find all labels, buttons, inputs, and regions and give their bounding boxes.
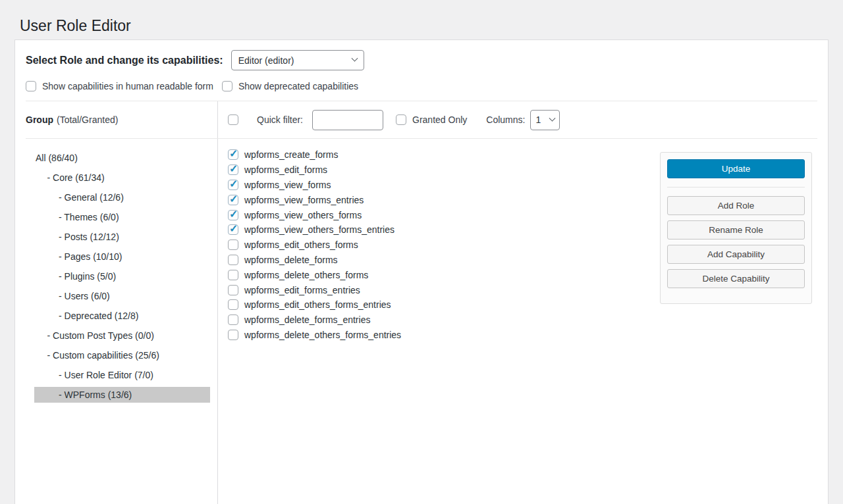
capability-row: wpforms_view_others_forms_entries: [228, 222, 401, 238]
select-all-checkbox[interactable]: [228, 114, 238, 125]
role-selector-label: Select Role and change its capabilities:: [26, 55, 223, 66]
capability-row: wpforms_edit_others_forms: [228, 238, 401, 253]
secondary-buttons: Add RoleRename RoleAdd CapabilityDelete …: [667, 196, 805, 288]
user-role-editor-panel: Select Role and change its capabilities:…: [14, 39, 829, 504]
group-header-suffix: (Total/Granted): [57, 114, 118, 125]
capability-row: wpforms_create_forms: [228, 147, 401, 163]
role-select-value: Editor (editor): [238, 55, 294, 66]
group-tree-item[interactable]: - WPForms (13/6): [34, 387, 210, 403]
action-panel: Update Add RoleRename RoleAdd Capability…: [660, 152, 812, 304]
quick-filter-label: Quick filter:: [257, 114, 303, 125]
capability-label: wpforms_view_forms: [244, 180, 331, 190]
chevron-down-icon: [549, 114, 556, 121]
delete-capability-button[interactable]: Delete Capability: [667, 269, 805, 288]
capability-label: wpforms_view_others_forms_entries: [244, 224, 394, 235]
granted-only-label: Granted Only: [412, 114, 467, 125]
capability-row: wpforms_delete_forms_entries: [228, 313, 401, 328]
capability-label: wpforms_edit_forms: [244, 164, 327, 175]
capability-checkbox[interactable]: [228, 255, 238, 265]
group-tree-item[interactable]: - Pages (10/10): [34, 249, 210, 265]
columns-select[interactable]: 1: [530, 110, 560, 130]
granted-only-checkbox[interactable]: [396, 114, 406, 125]
capability-label: wpforms_view_others_forms: [244, 210, 362, 220]
content-columns: Group (Total/Granted) Quick filter: Gran…: [15, 101, 828, 504]
group-tree-item[interactable]: All (86/40): [34, 150, 210, 166]
capability-row: wpforms_edit_others_forms_entries: [228, 297, 401, 313]
show-deprecated-label: Show deprecated capabilities: [238, 81, 358, 91]
group-tree-item[interactable]: - User Role Editor (7/0): [34, 367, 210, 383]
group-tree-item[interactable]: - Plugins (5/0): [34, 268, 210, 284]
capability-checkbox[interactable]: [228, 210, 238, 220]
capability-row: wpforms_edit_forms_entries: [228, 282, 401, 297]
capability-checkbox[interactable]: [228, 299, 238, 310]
capability-label: wpforms_view_forms_entries: [244, 195, 364, 205]
group-tree-item[interactable]: - Posts (12/12): [34, 229, 210, 245]
quick-filter-input[interactable]: [312, 110, 383, 130]
role-select[interactable]: Editor (editor): [231, 50, 364, 70]
capability-checkbox[interactable]: [228, 149, 238, 160]
add-capability-button[interactable]: Add Capability: [667, 245, 805, 264]
capability-label: wpforms_create_forms: [244, 149, 338, 160]
capability-checkbox[interactable]: [228, 224, 238, 235]
role-selector-row: Select Role and change its capabilities:…: [15, 40, 828, 70]
capability-checkbox[interactable]: [228, 164, 238, 175]
group-header-title: Group: [26, 114, 53, 125]
capability-checkbox[interactable]: [228, 315, 238, 325]
columns-select-value: 1: [535, 114, 541, 125]
capability-label: wpforms_edit_forms_entries: [244, 285, 360, 295]
group-header: Group (Total/Granted): [15, 101, 217, 138]
capability-row: wpforms_view_forms_entries: [228, 192, 401, 207]
capability-list: wpforms_create_formswpforms_edit_formswp…: [228, 147, 401, 342]
display-options-row: Show capabilities in human readable form…: [15, 81, 828, 91]
capability-checkbox[interactable]: [228, 330, 238, 340]
capability-label: wpforms_edit_others_forms_entries: [244, 299, 391, 310]
capability-label: wpforms_delete_others_forms_entries: [244, 330, 401, 340]
human-readable-label: Show capabilities in human readable form: [42, 81, 213, 91]
capability-row: wpforms_view_forms: [228, 178, 401, 193]
capability-row: wpforms_view_others_forms: [228, 207, 401, 222]
column-separator: [217, 101, 218, 504]
capability-label: wpforms_delete_forms_entries: [244, 315, 370, 325]
rename-role-button[interactable]: Rename Role: [667, 220, 805, 239]
group-tree-item[interactable]: - Deprecated (12/8): [34, 308, 210, 324]
capability-checkbox[interactable]: [228, 195, 238, 205]
capability-row: wpforms_edit_forms: [228, 163, 401, 178]
capability-checkbox[interactable]: [228, 180, 238, 190]
group-tree-item[interactable]: - General (12/6): [34, 189, 210, 205]
panel-divider: [667, 187, 805, 188]
capability-row: wpforms_delete_forms: [228, 253, 401, 268]
capability-row: wpforms_delete_others_forms_entries: [228, 328, 401, 343]
capability-checkbox[interactable]: [228, 285, 238, 295]
capability-row: wpforms_delete_others_forms: [228, 267, 401, 282]
group-tree-item[interactable]: - Users (6/0): [34, 288, 210, 304]
capability-label: wpforms_edit_others_forms: [244, 239, 358, 250]
human-readable-checkbox[interactable]: [26, 81, 36, 91]
filter-bar: Quick filter: Granted Only Columns: 1: [218, 101, 828, 138]
columns-label: Columns:: [486, 114, 525, 125]
show-deprecated-checkbox[interactable]: [222, 81, 232, 91]
page-title: User Role Editor: [20, 16, 131, 36]
add-role-button[interactable]: Add Role: [667, 196, 805, 215]
capability-label: wpforms_delete_others_forms: [244, 270, 368, 280]
capability-checkbox[interactable]: [228, 239, 238, 250]
update-button[interactable]: Update: [667, 159, 805, 178]
group-tree-item[interactable]: - Custom Post Types (0/0): [34, 328, 210, 343]
group-tree-item[interactable]: - Themes (6/0): [34, 209, 210, 225]
group-tree: All (86/40)- Core (61/34)- General (12/6…: [15, 139, 217, 407]
capability-checkbox[interactable]: [228, 270, 238, 280]
group-tree-item[interactable]: - Core (61/34): [34, 170, 210, 186]
chevron-down-icon: [351, 55, 358, 62]
group-tree-item[interactable]: - Custom capabilities (25/6): [34, 347, 210, 363]
capability-label: wpforms_delete_forms: [244, 255, 338, 265]
